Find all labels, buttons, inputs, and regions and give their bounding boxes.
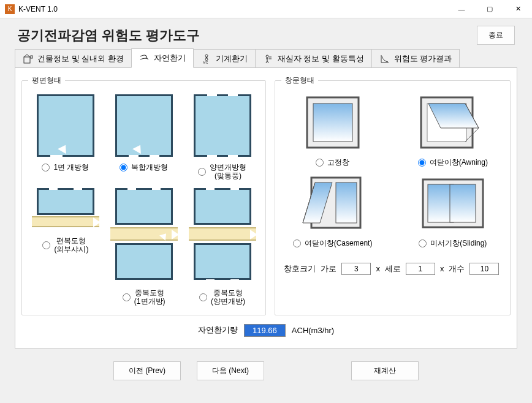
- plan-fig-1side: [32, 92, 99, 159]
- window-fig-fixed: [299, 92, 367, 153]
- window-radio-casement[interactable]: 여닫이창(Casement): [293, 239, 373, 247]
- size-width-input[interactable]: [341, 263, 371, 275]
- radio-input[interactable]: [199, 293, 207, 301]
- radio-label: 미서기창(Sliding): [430, 239, 487, 247]
- tab-label: 재실자 정보 및 활동특성: [278, 53, 364, 64]
- tab-risk-result[interactable]: 위험도 평가결과: [371, 49, 460, 68]
- chart-icon: [379, 53, 390, 64]
- plan-fig-center-1side: [110, 187, 178, 285]
- size-count-label: 개수: [449, 263, 465, 274]
- plan-option-cross: 양면개방형 (맞통풍): [185, 92, 260, 181]
- plan-type-group: 평면형태 1면 개방형: [21, 75, 266, 315]
- main-panel: 평면형태 1면 개방형: [15, 67, 517, 348]
- radio-input[interactable]: [120, 164, 127, 171]
- window-type-group: 창문형태 고정창: [275, 75, 511, 315]
- radio-label: 편복도형 (외부샤시): [54, 236, 88, 254]
- plan-option-side-corridor: 편복도형 (외부샤시): [28, 187, 103, 306]
- svg-rect-0: [24, 57, 30, 63]
- result-label: 자연환기량: [198, 325, 238, 336]
- radio-label: 여닫이창(Awning): [430, 158, 488, 167]
- radio-label: 여닫이창(Casement): [305, 239, 373, 247]
- wind-icon: [139, 53, 150, 64]
- window-radio-awning[interactable]: 여닫이창(Awning): [418, 158, 488, 167]
- plan-fig-side-corridor: [32, 187, 99, 233]
- radio-input[interactable]: [419, 239, 427, 247]
- result-row: 자연환기량 119.66 ACH(m3/hr): [21, 324, 511, 337]
- plan-radio-center-1side[interactable]: 중복도형 (1면개방): [123, 288, 165, 306]
- spacer: [280, 361, 335, 380]
- radio-label: 복합개방형: [131, 163, 168, 171]
- radio-label: 중복도형 (1면개방): [134, 288, 165, 306]
- page-title: 공기전파감염 위험도 평가도구: [17, 26, 200, 45]
- plan-option-complex: 복합개방형: [107, 92, 181, 181]
- plan-option-center-2side: 중복도형 (양면개방): [185, 187, 260, 306]
- radio-input[interactable]: [123, 293, 131, 301]
- plan-radio-center-2side[interactable]: 중복도형 (양면개방): [199, 288, 245, 306]
- radio-input[interactable]: [316, 159, 324, 167]
- tab-natural-vent[interactable]: 자연환기: [131, 48, 194, 68]
- size-width-label: 가로: [321, 263, 336, 274]
- svg-text:A/C: A/C: [203, 61, 208, 64]
- recalc-button[interactable]: 재계산: [351, 361, 419, 380]
- person-icon: [263, 53, 274, 64]
- radio-input[interactable]: [42, 241, 50, 249]
- radio-input[interactable]: [42, 164, 50, 171]
- building-icon: [23, 53, 34, 64]
- window-title: K-VENT 1.0: [18, 5, 447, 13]
- header: 공기전파감염 위험도 평가도구 종료: [0, 18, 532, 48]
- plan-radio-side-corridor[interactable]: 편복도형 (외부샤시): [42, 236, 88, 254]
- result-value: 119.66: [244, 324, 286, 337]
- prev-button[interactable]: 이전 (Prev): [113, 361, 181, 380]
- footer-bar: 이전 (Prev) 다음 (Next) 재계산: [0, 356, 532, 389]
- tab-label: 기계환기: [216, 53, 248, 64]
- titlebar: K K-VENT 1.0 ― ▢ ✕: [0, 0, 532, 18]
- fan-icon: A/C: [201, 53, 212, 64]
- radio-input[interactable]: [418, 159, 426, 167]
- window-fig-awning: [419, 92, 487, 153]
- plan-radio-1side[interactable]: 1면 개방형: [42, 163, 89, 171]
- svg-rect-13: [336, 183, 357, 223]
- window-radio-sliding[interactable]: 미서기창(Sliding): [419, 239, 487, 247]
- tab-bar: 건물정보 및 실내외 환경 자연환기 A/C 기계환기 재실자 정보 및 활동특…: [0, 48, 532, 68]
- plan-fig-cross: [189, 92, 256, 159]
- exit-button[interactable]: 종료: [477, 26, 515, 45]
- window-option-sliding: 미서기창(Sliding): [419, 173, 487, 247]
- window-option-casement: 여닫이창(Casement): [293, 173, 373, 247]
- window-legend: 창문형태: [281, 75, 318, 86]
- radio-input[interactable]: [198, 168, 206, 176]
- radio-label: 중복도형 (양면개방): [211, 288, 245, 306]
- radio-label: 1면 개방형: [53, 163, 89, 171]
- result-unit: ACH(m3/hr): [292, 326, 334, 335]
- tab-building-info[interactable]: 건물정보 및 실내외 환경: [15, 49, 132, 68]
- plan-radio-cross[interactable]: 양면개방형 (맞통풍): [198, 163, 246, 181]
- app-icon: K: [5, 4, 15, 14]
- next-button[interactable]: 다음 (Next): [197, 361, 264, 380]
- size-height-label: 세로: [385, 263, 401, 274]
- maximize-button[interactable]: ▢: [476, 0, 504, 18]
- tab-label: 자연환기: [154, 53, 186, 64]
- size-x1: x: [376, 264, 380, 273]
- tab-occupant[interactable]: 재실자 정보 및 활동특성: [255, 49, 372, 68]
- close-button[interactable]: ✕: [504, 0, 532, 18]
- window-size-row: 창호크기 가로 x 세로 x 개수: [281, 263, 504, 275]
- size-height-input[interactable]: [406, 263, 435, 275]
- size-x2: x: [440, 264, 444, 273]
- svg-rect-1: [31, 56, 32, 58]
- tab-mech-vent[interactable]: A/C 기계환기: [193, 49, 256, 68]
- size-count-input[interactable]: [469, 263, 499, 275]
- window-radio-fixed[interactable]: 고정창: [316, 158, 349, 167]
- plan-radio-complex[interactable]: 복합개방형: [120, 163, 168, 171]
- plan-fig-complex: [110, 92, 178, 159]
- radio-label: 양면개방형 (맞통풍): [210, 163, 246, 181]
- window-option-awning: 여닫이창(Awning): [418, 92, 488, 167]
- radio-label: 고정창: [327, 158, 349, 167]
- radio-input[interactable]: [293, 239, 301, 247]
- plan-fig-center-2side: [189, 187, 256, 285]
- tab-label: 건물정보 및 실내외 환경: [37, 53, 124, 64]
- minimize-button[interactable]: ―: [447, 0, 476, 18]
- plan-option-center-1side: 중복도형 (1면개방): [107, 187, 181, 306]
- plan-option-1side: 1면 개방형: [28, 92, 103, 181]
- tab-label: 위험도 평가결과: [394, 53, 452, 64]
- svg-point-4: [266, 55, 268, 58]
- svg-rect-6: [313, 104, 352, 141]
